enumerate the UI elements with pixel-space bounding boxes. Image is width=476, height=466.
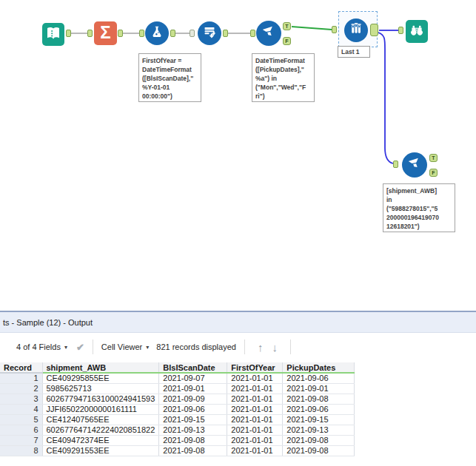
table-cell[interactable]: JJFI65022000000161111 [42,404,159,414]
filter-annotation[interactable]: DateTimeFormat ([PickupDates]," %a") in … [252,53,315,102]
record-number-cell[interactable]: 7 [0,435,42,445]
chevron-down-icon: ▾ [64,344,67,351]
multirow-input-anchor[interactable] [190,30,195,37]
table-cell[interactable]: 2021-09-08 [159,445,227,456]
record-number-cell[interactable]: 6 [0,425,42,435]
toolbar-separator [244,340,245,354]
table-cell[interactable]: CE412407565EE [42,414,159,425]
table-cell[interactable]: 2021-09-09 [159,394,227,404]
table-cell[interactable]: 2021-01-01 [227,373,283,383]
filter-input-anchor[interactable] [250,30,255,37]
table-cell[interactable]: 2021-09-06 [283,404,355,414]
table-cell[interactable]: 2021-09-08 [159,435,227,445]
scroll-up-icon[interactable]: ↑ [258,341,264,354]
input-output-anchor[interactable] [66,30,71,37]
input-data-tool[interactable] [42,23,64,46]
record-number-cell[interactable]: 1 [0,373,42,383]
table-cell[interactable]: 2021-09-06 [283,373,355,383]
table-cell[interactable]: CE409291553EE [42,445,159,456]
record-number-cell[interactable]: 2 [0,383,42,394]
flask-icon [149,24,165,43]
multirow-output-anchor[interactable] [223,30,228,37]
table-row[interactable]: 5CE412407565EE2021-09-152021-01-012021-0… [0,414,355,425]
table-cell[interactable]: 2021-01-01 [227,383,283,394]
filter2-input-anchor[interactable] [393,161,398,168]
record-number-cell[interactable]: 8 [0,445,42,456]
summarize-output-anchor[interactable] [118,30,123,37]
results-panel-title: ts - Sample (12) - Output [0,312,476,333]
table-cell[interactable]: 602677947163100024941593 [42,394,159,404]
sigma-icon: Σ [100,24,110,41]
filter-tool[interactable] [256,21,281,46]
formula-output-anchor[interactable] [170,30,175,37]
table-cell[interactable]: CE409472374EE [42,435,159,445]
column-header[interactable]: FirstOfYear [227,362,283,373]
filter-true-anchor[interactable]: T [283,22,291,30]
sample-input-anchor[interactable] [332,26,337,33]
table-cell[interactable]: 2021-01-01 [227,414,283,425]
formula-annotation[interactable]: FirstOfYear = DateTimeFormat ([BlsIScanD… [138,53,201,102]
wire-filter-true-sample[interactable] [292,27,332,30]
table-row[interactable]: 36026779471631000249415932021-09-092021-… [0,394,355,404]
binoculars-icon [408,21,426,42]
record-column-header[interactable]: Record [0,362,42,373]
table-row[interactable]: 4JJFI650220000001611112021-09-062021-01-… [0,404,355,414]
fields-dropdown-label: 4 of 4 Fields [16,342,61,351]
formula-tool[interactable] [145,21,169,45]
table-cell[interactable]: 2021-09-01 [283,383,355,394]
check-icon[interactable]: ✔ [76,342,84,353]
table-row[interactable]: 259856257132021-09-012021-01-012021-09-0… [0,383,355,394]
browse-input-anchor[interactable] [398,27,403,34]
record-number-cell[interactable]: 4 [0,404,42,414]
summarize-tool[interactable]: Σ [94,21,117,45]
table-cell[interactable]: 2021-09-15 [283,414,355,425]
table-cell[interactable]: 2021-01-01 [227,404,283,414]
table-cell[interactable]: 2021-09-15 [159,414,227,425]
filter2-annotation[interactable]: [shipment_AWB] in ("5988278015","5 20000… [383,183,455,232]
table-row[interactable]: 8CE409291553EE2021-09-082021-01-012021-0… [0,445,355,456]
table-cell[interactable]: 2021-09-01 [159,383,227,394]
sample-output-anchor[interactable] [370,24,378,36]
filter2-false-anchor[interactable]: F [429,169,438,177]
book-icon [44,24,62,45]
table-row[interactable]: 66026776471422240208518222021-09-132021-… [0,425,355,435]
cell-viewer-dropdown[interactable]: Cell Viewer ▾ [101,342,149,351]
table-row[interactable]: 1CE409295855EE2021-09-072021-01-012021-0… [0,373,355,383]
table-cell[interactable]: 2021-01-01 [227,425,283,435]
column-header[interactable]: PickupDates [283,362,355,373]
record-number-cell[interactable]: 5 [0,414,42,425]
sample-annotation[interactable]: Last 1 [338,46,370,58]
chevron-down-icon: ▾ [146,344,149,351]
scroll-down-icon[interactable]: ↓ [272,341,278,354]
formula-input-anchor[interactable] [139,30,144,37]
filter-false-anchor[interactable]: F [283,37,291,45]
column-header[interactable]: shipment_AWB [42,362,159,373]
table-cell[interactable]: 2021-09-13 [159,425,227,435]
multi-row-formula-tool[interactable] [198,21,221,45]
summarize-input-anchor[interactable] [87,30,93,37]
table-cell[interactable]: 5985625713 [42,383,159,394]
table-cell[interactable]: 2021-01-01 [227,445,283,456]
workflow-canvas[interactable]: Σ [0,0,476,311]
column-header[interactable]: BlsIScanDate [159,362,227,373]
table-cell[interactable]: 602677647142224020851822 [42,425,159,435]
table-cell[interactable]: 2021-09-06 [159,404,227,414]
table-cell[interactable]: 2021-09-13 [283,425,355,435]
results-table[interactable]: Recordshipment_AWBBlsIScanDateFirstOfYea… [0,362,355,456]
fields-dropdown[interactable]: 4 of 4 Fields ▾ [16,342,67,351]
record-number-cell[interactable]: 3 [0,394,42,404]
browse-tool[interactable] [406,20,428,43]
table-cell[interactable]: 2021-09-08 [283,445,355,456]
wire-sample-filter2[interactable] [378,33,393,163]
table-cell[interactable]: 2021-01-01 [227,435,283,445]
table-cell[interactable]: 2021-09-08 [283,435,355,445]
filter2-tool[interactable] [402,152,427,178]
sample-tool[interactable] [344,18,368,42]
filter2-true-anchor[interactable]: T [429,154,438,162]
table-cell[interactable]: 2021-09-07 [159,373,227,383]
table-cell[interactable]: 2021-01-01 [227,394,283,404]
toolbar-separator [290,340,291,354]
table-cell[interactable]: 2021-09-08 [283,394,355,404]
table-cell[interactable]: CE409295855EE [42,373,159,383]
table-row[interactable]: 7CE409472374EE2021-09-082021-01-012021-0… [0,435,355,445]
